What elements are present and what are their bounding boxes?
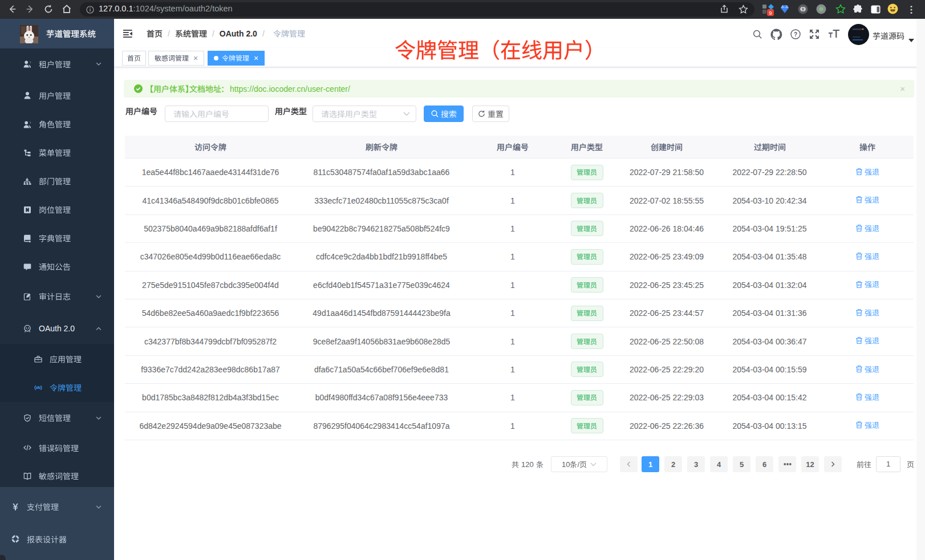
svg-text:A: A (37, 385, 40, 389)
svg-text:9: 9 (769, 10, 772, 16)
svg-text:?: ? (794, 31, 797, 38)
